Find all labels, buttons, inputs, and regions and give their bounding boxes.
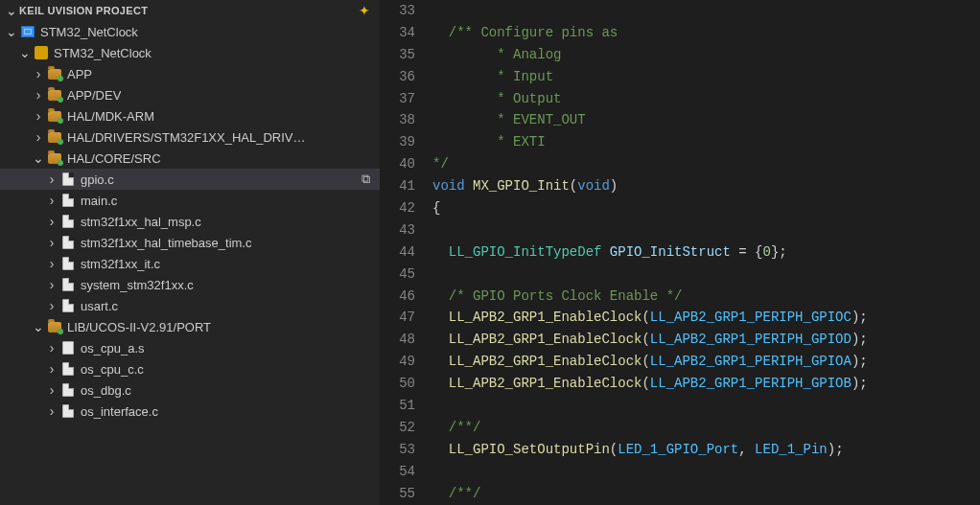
tree-item[interactable]: ›HAL/MDK-ARM bbox=[0, 105, 380, 126]
line-number: 40 bbox=[381, 153, 415, 175]
line-number: 36 bbox=[381, 66, 415, 88]
line-number: 34 bbox=[381, 22, 415, 44]
chevron-right-icon[interactable]: › bbox=[31, 67, 46, 80]
add-project-icon[interactable]: ✦ bbox=[359, 3, 370, 18]
asm-file-icon bbox=[59, 341, 77, 355]
chevron-right-icon[interactable]: › bbox=[44, 362, 59, 376]
tree-item[interactable]: ›stm32f1xx_hal_timebase_tim.c bbox=[0, 232, 380, 253]
tree-item[interactable]: ›os_cpu_a.s bbox=[0, 337, 380, 358]
chevron-right-icon[interactable]: › bbox=[31, 130, 46, 144]
code-line[interactable]: /* GPIO Ports Clock Enable */ bbox=[432, 286, 980, 308]
code-line[interactable]: */ bbox=[432, 153, 980, 175]
tree-item[interactable]: ›main.c bbox=[0, 190, 380, 211]
code-line[interactable]: LL_APB2_GRP1_EnableClock(LL_APB2_GRP1_PE… bbox=[432, 329, 980, 351]
code-line[interactable]: * EVENT_OUT bbox=[432, 109, 980, 131]
code-line[interactable]: * Output bbox=[432, 88, 980, 110]
chevron-right-icon[interactable]: › bbox=[44, 404, 59, 418]
line-number: 38 bbox=[381, 109, 415, 131]
tree-item[interactable]: ⌄LIB/UCOS-II-V2.91/PORT bbox=[0, 316, 380, 337]
chevron-right-icon[interactable]: › bbox=[44, 194, 59, 207]
explorer-title: KEIL UVISION PROJECT bbox=[19, 5, 359, 16]
project-explorer: ⌄ KEIL UVISION PROJECT ✦ ⌄STM32_NetClock… bbox=[0, 0, 381, 505]
code-line[interactable] bbox=[432, 461, 980, 483]
line-number: 39 bbox=[381, 131, 415, 153]
tree-item[interactable]: ⌄HAL/CORE/SRC bbox=[0, 148, 380, 169]
code-line[interactable]: LL_APB2_GRP1_EnableClock(LL_APB2_GRP1_PE… bbox=[432, 307, 980, 329]
chevron-down-icon[interactable]: ⌄ bbox=[31, 151, 46, 165]
tree-item-label: LIB/UCOS-II-V2.91/PORT bbox=[67, 320, 211, 334]
tree-item-label: APP bbox=[67, 67, 92, 81]
chevron-right-icon[interactable]: › bbox=[44, 236, 59, 249]
chevron-right-icon[interactable]: › bbox=[31, 88, 46, 102]
copy-icon[interactable]: ⧉ bbox=[362, 172, 370, 187]
tree-item[interactable]: ›os_cpu_c.c bbox=[0, 358, 380, 379]
chevron-down-icon[interactable]: ⌄ bbox=[31, 320, 46, 333]
code-line[interactable]: LL_GPIO_SetOutputPin(LED_1_GPIO_Port, LE… bbox=[432, 439, 980, 461]
chevron-down-icon[interactable]: ⌄ bbox=[4, 25, 19, 38]
chevron-right-icon[interactable]: › bbox=[44, 278, 59, 291]
chevron-right-icon[interactable]: › bbox=[44, 299, 59, 312]
tree-item[interactable]: ›system_stm32f1xx.c bbox=[0, 274, 380, 295]
tree-item-label: gpio.c bbox=[81, 172, 114, 187]
chevron-right-icon[interactable]: › bbox=[44, 215, 59, 228]
chevron-right-icon[interactable]: › bbox=[31, 109, 46, 123]
tree-item[interactable]: ›stm32f1xx_it.c bbox=[0, 253, 380, 274]
code-line[interactable]: /**/ bbox=[432, 483, 980, 505]
code-line[interactable] bbox=[432, 0, 980, 22]
code-line[interactable]: { bbox=[432, 197, 980, 219]
tree-item[interactable]: ›APP/DEV bbox=[0, 84, 380, 105]
tree-item-label: stm32f1xx_it.c bbox=[81, 257, 160, 271]
line-number: 35 bbox=[381, 44, 415, 66]
code-line[interactable] bbox=[432, 219, 980, 241]
chevron-down-icon[interactable]: ⌄ bbox=[17, 46, 33, 59]
code-line[interactable] bbox=[432, 395, 980, 417]
tree-item[interactable]: ›gpio.c⧉ bbox=[0, 169, 380, 190]
tree-item[interactable]: ›stm32f1xx_hal_msp.c bbox=[0, 211, 380, 232]
folder-icon bbox=[46, 132, 63, 143]
code-content[interactable]: /** Configure pins as * Analog * Input *… bbox=[432, 0, 980, 505]
file-icon bbox=[59, 215, 77, 228]
line-number: 37 bbox=[381, 88, 415, 110]
code-line[interactable]: /** Configure pins as bbox=[432, 22, 980, 44]
file-icon bbox=[59, 404, 77, 418]
chevron-down-icon: ⌄ bbox=[4, 3, 19, 18]
line-number: 47 bbox=[381, 307, 415, 329]
tree-item-label: stm32f1xx_hal_msp.c bbox=[81, 215, 201, 229]
tree-item[interactable]: ›usart.c bbox=[0, 295, 380, 316]
tree-item[interactable]: ›APP bbox=[0, 63, 380, 84]
code-line[interactable]: * Input bbox=[432, 66, 980, 88]
line-number: 55 bbox=[381, 483, 415, 505]
code-editor[interactable]: 3334353637383940414243444546474849505152… bbox=[381, 0, 980, 505]
tree-item[interactable]: ›os_dbg.c bbox=[0, 379, 380, 401]
tree-item-label: STM32_NetClock bbox=[54, 46, 152, 60]
code-line[interactable]: LL_GPIO_InitTypeDef GPIO_InitStruct = {0… bbox=[432, 241, 980, 264]
chevron-right-icon[interactable]: › bbox=[44, 383, 59, 397]
code-line[interactable]: * EXTI bbox=[432, 131, 980, 153]
tree-item-label: HAL/CORE/SRC bbox=[67, 151, 161, 166]
project-tree: ⌄STM32_NetClock⌄STM32_NetClock›APP›APP/D… bbox=[0, 21, 380, 505]
code-line[interactable]: * Analog bbox=[432, 44, 980, 66]
code-line[interactable]: LL_APB2_GRP1_EnableClock(LL_APB2_GRP1_PE… bbox=[432, 373, 980, 395]
tree-item-label: os_dbg.c bbox=[81, 383, 131, 398]
code-line[interactable]: LL_APB2_GRP1_EnableClock(LL_APB2_GRP1_PE… bbox=[432, 351, 980, 373]
chevron-right-icon[interactable]: › bbox=[44, 257, 59, 270]
tree-item-label: os_cpu_a.s bbox=[81, 341, 145, 356]
package-icon bbox=[33, 46, 50, 59]
tree-item[interactable]: ⌄STM32_NetClock bbox=[0, 42, 380, 63]
tree-item[interactable]: ⌄STM32_NetClock bbox=[0, 21, 380, 42]
line-number: 48 bbox=[381, 329, 415, 351]
chevron-right-icon[interactable]: › bbox=[44, 341, 59, 355]
code-line[interactable] bbox=[432, 264, 980, 286]
tree-item-label: system_stm32f1xx.c bbox=[81, 278, 194, 292]
file-icon bbox=[59, 362, 77, 376]
code-line[interactable]: /**/ bbox=[432, 417, 980, 439]
tree-item[interactable]: ›HAL/DRIVERS/STM32F1XX_HAL_DRIV… bbox=[0, 126, 380, 148]
chevron-right-icon[interactable]: › bbox=[44, 172, 59, 186]
tree-item[interactable]: ›os_interface.c bbox=[0, 401, 380, 422]
tree-item-label: os_cpu_c.c bbox=[81, 362, 144, 377]
folder-icon bbox=[46, 111, 63, 122]
folder-icon bbox=[46, 90, 63, 101]
explorer-header[interactable]: ⌄ KEIL UVISION PROJECT ✦ bbox=[0, 0, 380, 21]
code-line[interactable]: void MX_GPIO_Init(void) bbox=[432, 175, 980, 197]
line-number: 49 bbox=[381, 351, 415, 373]
